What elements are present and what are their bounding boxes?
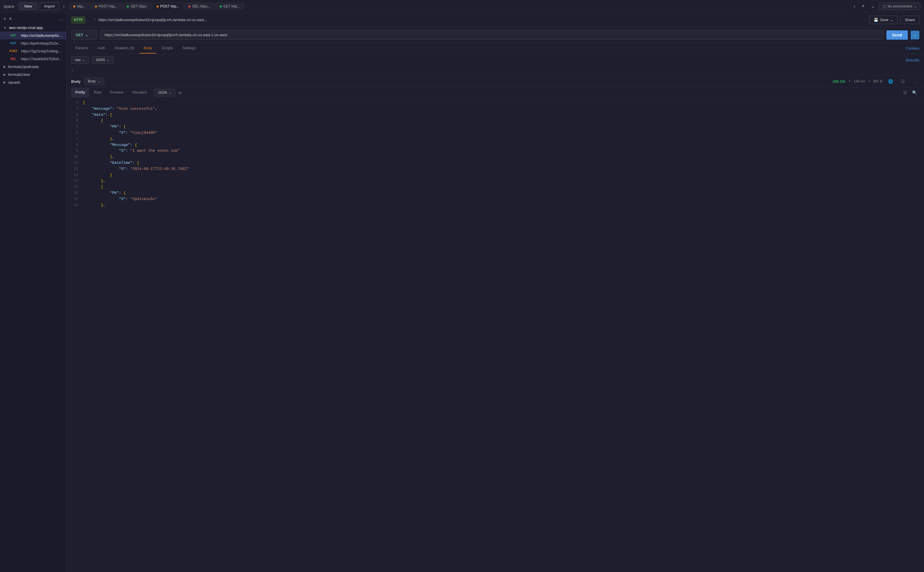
line-number: 10 (71, 154, 78, 160)
line-code: { (83, 118, 103, 124)
collection-formula1-podcasts[interactable]: ▶ formula1/podcasts (0, 63, 66, 71)
collection-aws-nextjs[interactable]: ▼ aws-nextjs-crud-app (0, 24, 66, 31)
request-item-put[interactable]: PUT https://kjw4rx6asp25x2evqefi6dnk3y0f… (0, 39, 66, 47)
line-number: 17 (71, 196, 78, 202)
new-button[interactable]: New (19, 2, 37, 10)
line-num-1: 1 (71, 68, 77, 73)
resp-format-label: JSON (158, 91, 167, 95)
line-code: "DateTime": { (83, 160, 139, 166)
send-button[interactable]: Send (887, 30, 908, 40)
sidebar-more-button[interactable]: ... (59, 16, 63, 22)
tab-item-2[interactable]: POST http... (91, 3, 122, 10)
tab-item-4[interactable]: POST http... (152, 3, 184, 10)
line-number: 5 (71, 124, 78, 130)
cookies-link[interactable]: Cookies (906, 46, 919, 50)
copy-response-button[interactable]: ☵ (901, 89, 909, 96)
line-number: 13 (71, 172, 78, 178)
search-response-button[interactable]: 🔍 (910, 89, 919, 96)
env-selector[interactable]: ▢ No environment ⌄ (879, 3, 921, 10)
line-code: "S": "hjauj9a496" (83, 130, 157, 136)
tab-label-2: POST http... (99, 4, 118, 8)
filter-button[interactable]: ≡ (9, 16, 12, 22)
collection-squash[interactable]: ▶ squash (0, 78, 66, 86)
globe-icon-btn[interactable]: 🌐 (886, 78, 895, 85)
collection-formula1-test[interactable]: ▶ formula1/test (0, 71, 66, 78)
tab-next-button[interactable]: › (852, 3, 857, 10)
type-chevron-icon: ⌄ (107, 58, 109, 62)
request-item-post[interactable]: POST https://3gz3c4qz5cddogutd4uzkl7qim0… (0, 47, 66, 55)
format-chevron-icon: ⌄ (82, 58, 85, 62)
tab-params[interactable]: Params (71, 43, 92, 54)
add-collection-button[interactable]: + (3, 16, 6, 22)
env-label: No environment (888, 4, 912, 8)
request-item-get[interactable]: GET https://xm3adkuxwxqv6uiwz42rnjunpq0.… (0, 31, 66, 39)
url-input[interactable] (100, 30, 884, 40)
env-chevron-icon: ⌄ (914, 4, 917, 8)
line-code: } (83, 172, 112, 178)
response-tabs: Pretty Raw Preview Visualize JSON ⌄ ⇄ ☵ … (67, 88, 924, 98)
save-icon: 💾 (874, 18, 878, 22)
import-button[interactable]: Import (40, 2, 59, 10)
save-button[interactable]: 💾 Save ⌄ (869, 16, 898, 24)
json-line: 2 "message": "Scan successful", (71, 106, 919, 112)
tab-prev-button[interactable]: ‹ (61, 3, 66, 10)
tab-body[interactable]: Body (140, 43, 156, 54)
resp-tab-visualize[interactable]: Visualize (128, 88, 151, 97)
response-more-btn[interactable]: … (911, 78, 919, 85)
line-code: "PK": { (83, 124, 126, 130)
line-code: "PK": { (83, 190, 126, 196)
tab-add-button[interactable]: + (859, 2, 867, 11)
response-body-dropdown[interactable]: Body ⌄ (84, 78, 104, 85)
tab-item-5[interactable]: DEL https... (184, 3, 214, 10)
wrap-lines-button[interactable]: ⇄ (176, 89, 184, 96)
request-item-del[interactable]: DEL https://7daxkfia547t2tlndsx2ps7yfe0w… (0, 55, 66, 63)
body-type-button[interactable]: JSON ⌄ (92, 56, 113, 64)
tab-dot-5 (188, 6, 191, 8)
line-code: "S": "2pdisknu5s" (83, 196, 157, 202)
tab-item-1[interactable]: http... (69, 3, 90, 10)
beautify-button[interactable]: Beautify (906, 58, 919, 62)
json-line: 10 }, (71, 154, 919, 160)
json-line: 12 "S": "2024-09-17T22:49:36.760Z" (71, 166, 919, 172)
resp-tab-raw[interactable]: Raw (90, 88, 106, 97)
method-del-badge: DEL (8, 57, 19, 61)
response-size: 987 B (873, 79, 882, 83)
tab-settings[interactable]: Settings (178, 43, 200, 54)
line-number: 1 (71, 100, 78, 106)
response-section: Body Body ⌄ 200 OK • 149 ms • 987 B 🌐 ☷ … (67, 75, 924, 572)
line-code: }, (83, 136, 114, 142)
chevron-icon-4: ▶ (3, 81, 6, 84)
tab-dot-2 (95, 6, 97, 8)
share-button[interactable]: Share (901, 16, 919, 24)
layout-icon-btn[interactable]: ☷ (899, 78, 907, 85)
status-badge: 200 OK (832, 79, 846, 84)
tab-auth[interactable]: Auth (93, 43, 109, 54)
tab-item-3[interactable]: GET https: (123, 3, 151, 10)
method-selector[interactable]: GET ⌄ (71, 30, 97, 40)
line-number: 9 (71, 148, 78, 154)
tab-dropdown-button[interactable]: ⌄ (869, 2, 876, 10)
tab-dot-3 (127, 6, 129, 8)
no-env-icon: ▢ (883, 4, 886, 8)
json-line: 13 } (71, 172, 919, 178)
json-line: 15 { (71, 184, 919, 190)
line-code: "S": "2024-09-17T22:49:36.760Z" (83, 166, 189, 172)
method-post-badge: POST (8, 49, 19, 53)
resp-tab-pretty[interactable]: Pretty (71, 88, 89, 97)
json-line: 5 "PK": { (71, 124, 919, 130)
send-dropdown-button[interactable]: ⌄ (911, 31, 919, 39)
line-number: 18 (71, 202, 78, 208)
collection-squash-label: squash (8, 80, 20, 84)
chevron-icon: ▼ (3, 26, 7, 30)
tab-headers[interactable]: Headers (6) (110, 43, 139, 54)
request-url-1: https://kjw4rx6asp25x2evqefi6dnk3y0f... (21, 41, 63, 45)
tab-item-6[interactable]: GET http... (215, 3, 245, 10)
resp-format-button[interactable]: JSON ⌄ (154, 89, 175, 96)
tab-scripts[interactable]: Scripts (157, 43, 177, 54)
body-format-button[interactable]: raw ⌄ (71, 56, 89, 64)
json-line: 4 { (71, 118, 919, 124)
resp-tab-preview[interactable]: Preview (106, 88, 127, 97)
request-url-0: https://xm3adkuxwxqv6uiwz42rnjunpq0... (21, 34, 63, 37)
line-code: "data": [ (83, 112, 112, 118)
collection-formula1-test-label: formula1/test (8, 72, 30, 77)
